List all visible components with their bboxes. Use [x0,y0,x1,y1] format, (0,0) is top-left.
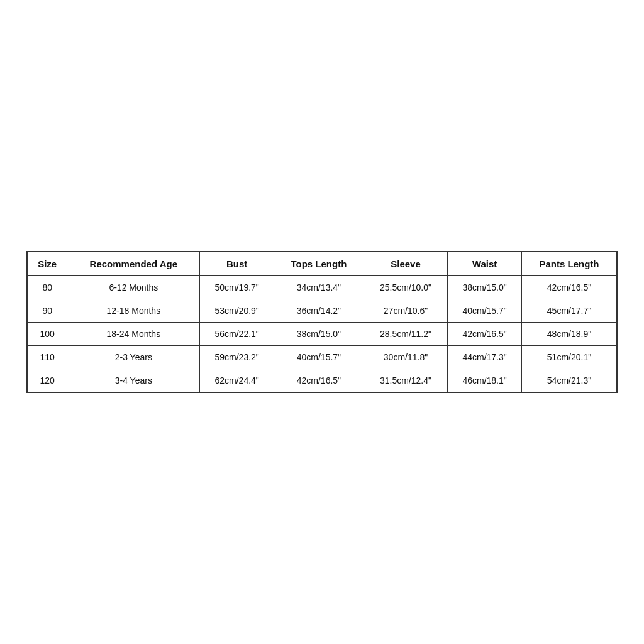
table-cell: 34cm/13.4" [274,276,364,299]
table-cell: 40cm/15.7" [274,346,364,369]
header-sleeve: Sleeve [364,252,447,276]
table-cell: 44cm/17.3" [448,346,522,369]
table-cell: 38cm/15.0" [274,323,364,346]
table-cell: 53cm/20.9" [200,299,274,323]
table-cell: 30cm/11.8" [364,346,447,369]
table-header-row: Size Recommended Age Bust Tops Length Sl… [28,252,617,276]
table-cell: 31.5cm/12.4" [364,369,447,392]
header-tops-length: Tops Length [274,252,364,276]
size-chart-container: Size Recommended Age Bust Tops Length Sl… [26,251,618,393]
table-cell: 42cm/16.5" [521,276,616,299]
header-recommended-age: Recommended Age [67,252,200,276]
table-row: 1102-3 Years59cm/23.2"40cm/15.7"30cm/11.… [28,346,617,369]
table-cell: 18-24 Months [67,323,200,346]
table-row: 1203-4 Years62cm/24.4"42cm/16.5"31.5cm/1… [28,369,617,392]
table-cell: 42cm/16.5" [274,369,364,392]
table-cell: 120 [28,369,67,392]
table-cell: 110 [28,346,67,369]
table-cell: 36cm/14.2" [274,299,364,323]
table-cell: 27cm/10.6" [364,299,447,323]
header-pants-length: Pants Length [521,252,616,276]
header-size: Size [28,252,67,276]
table-cell: 12-18 Months [67,299,200,323]
table-cell: 3-4 Years [67,369,200,392]
table-cell: 59cm/23.2" [200,346,274,369]
table-row: 806-12 Months50cm/19.7"34cm/13.4"25.5cm/… [28,276,617,299]
table-cell: 100 [28,323,67,346]
table-cell: 50cm/19.7" [200,276,274,299]
table-cell: 25.5cm/10.0" [364,276,447,299]
table-cell: 56cm/22.1" [200,323,274,346]
table-cell: 38cm/15.0" [448,276,522,299]
table-cell: 54cm/21.3" [521,369,616,392]
header-bust: Bust [200,252,274,276]
table-cell: 90 [28,299,67,323]
table-cell: 28.5cm/11.2" [364,323,447,346]
size-chart-table: Size Recommended Age Bust Tops Length Sl… [27,252,617,392]
table-cell: 46cm/18.1" [448,369,522,392]
table-cell: 62cm/24.4" [200,369,274,392]
table-cell: 80 [28,276,67,299]
table-row: 10018-24 Months56cm/22.1"38cm/15.0"28.5c… [28,323,617,346]
table-cell: 48cm/18.9" [521,323,616,346]
table-row: 9012-18 Months53cm/20.9"36cm/14.2"27cm/1… [28,299,617,323]
header-waist: Waist [448,252,522,276]
table-cell: 40cm/15.7" [448,299,522,323]
table-cell: 6-12 Months [67,276,200,299]
table-cell: 45cm/17.7" [521,299,616,323]
table-cell: 42cm/16.5" [448,323,522,346]
table-cell: 51cm/20.1" [521,346,616,369]
table-cell: 2-3 Years [67,346,200,369]
